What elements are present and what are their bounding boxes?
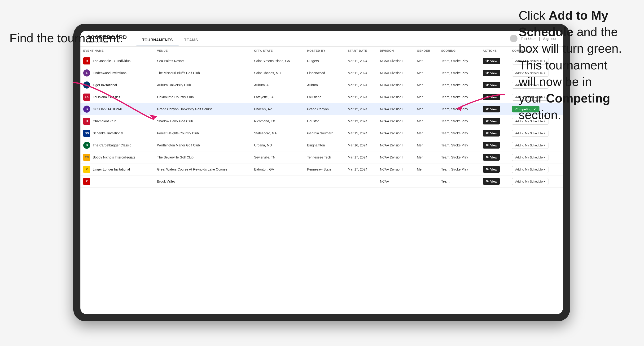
add-schedule-button-8[interactable]: Add to My Schedule +: [512, 154, 548, 161]
eye-icon-6: 👁: [486, 131, 489, 135]
hosted-by-cell-6: Georgia Southern: [304, 127, 345, 139]
event-name-cell-10: X: [80, 175, 154, 187]
view-button-8[interactable]: 👁 View: [483, 154, 500, 161]
actions-cell-9: 👁 View: [480, 164, 509, 175]
venue-cell-10: Brook Valley: [154, 175, 251, 187]
eye-icon-8: 👁: [486, 156, 489, 159]
competing-cell-9: Add to My Schedule +: [509, 164, 563, 175]
hosted-by-cell-3: Louisiana: [304, 91, 345, 103]
col-division: DIVISION: [377, 47, 414, 55]
venue-cell-6: Forest Heights Country Club: [154, 127, 251, 139]
gender-cell-9: Men: [414, 164, 438, 175]
division-cell-7: NCAA Division I: [377, 139, 414, 151]
eye-icon-1: 👁: [486, 71, 489, 75]
city-state-cell-0: Saint Simons Island, GA: [251, 55, 304, 67]
col-venue: VENUE: [154, 47, 251, 55]
start-date-cell-6: Mar 15, 2024: [345, 127, 377, 139]
event-name-cell-8: TN Bobby Nichols Intercollegiate: [80, 151, 154, 164]
nav-tabs: TOURNAMENTS TEAMS: [136, 31, 204, 46]
gender-cell-6: Men: [414, 127, 438, 139]
annotation-left: Find the tournament.: [10, 31, 123, 45]
team-logo-6: GS: [83, 130, 90, 137]
eye-icon-0: 👁: [486, 59, 489, 63]
competing-cell-7: Add to My Schedule +: [509, 139, 563, 151]
venue-cell-7: Worthington Manor Golf Club: [154, 139, 251, 151]
event-name-1: Lindenwood Invitational: [93, 71, 127, 75]
division-cell-10: NCAA: [377, 175, 414, 187]
view-button-6[interactable]: 👁 View: [483, 130, 500, 137]
division-cell-1: NCAA Division I: [377, 67, 414, 79]
division-cell-5: NCAA Division I: [377, 115, 414, 127]
gender-cell-7: Men: [414, 139, 438, 151]
nav-tab-teams[interactable]: TEAMS: [178, 38, 204, 46]
start-date-cell-1: Mar 11, 2024: [345, 67, 377, 79]
gender-cell-1: Men: [414, 67, 438, 79]
city-state-cell-9: Eatonton, GA: [251, 164, 304, 175]
hosted-by-cell-9: Kennesaw State: [304, 164, 345, 175]
city-state-cell-8: Sevierville, TN: [251, 151, 304, 164]
hosted-by-cell-10: [304, 175, 345, 187]
division-cell-6: NCAA Division I: [377, 127, 414, 139]
hosted-by-cell-0: Rutgers: [304, 55, 345, 67]
hosted-by-cell-4: Grand Canyon: [304, 103, 345, 115]
annotation-right: Click Add to MySchedule and thebox will …: [519, 7, 632, 123]
table-row: GS Schenkel Invitational Forest Heights …: [80, 127, 563, 139]
start-date-cell-3: Mar 11, 2024: [345, 91, 377, 103]
view-button-1[interactable]: 👁 View: [483, 70, 500, 76]
event-name-9: Linger Longer Invitational: [93, 168, 130, 171]
col-actions: ACTIONS: [480, 47, 509, 55]
city-state-cell-7: Urbana, MD: [251, 139, 304, 151]
city-state-cell-6: Statesboro, GA: [251, 127, 304, 139]
svg-marker-0: [149, 115, 157, 119]
actions-cell-1: 👁 View: [480, 67, 509, 79]
start-date-cell-4: Mar 12, 2024: [345, 103, 377, 115]
eye-icon-9: 👁: [486, 168, 489, 171]
team-logo-10: X: [83, 178, 90, 185]
view-button-5[interactable]: 👁 View: [483, 118, 500, 125]
start-date-cell-0: Mar 11, 2024: [345, 55, 377, 67]
venue-cell-3: Oakbourne Country Club: [154, 91, 251, 103]
gender-cell-3: Men: [414, 91, 438, 103]
venue-cell-0: Sea Palms Resort: [154, 55, 251, 67]
team-logo-1: L: [83, 69, 90, 77]
hosted-by-cell-1: Lindenwood: [304, 67, 345, 79]
venue-cell-2: Auburn University Club: [154, 79, 251, 91]
table-row: K Linger Longer Invitational Great Water…: [80, 164, 563, 175]
event-name-cell-9: K Linger Longer Invitational: [80, 164, 154, 175]
view-button-9[interactable]: 👁 View: [483, 166, 500, 173]
actions-cell-0: 👁 View: [480, 55, 509, 67]
division-cell-2: NCAA Division I: [377, 79, 414, 91]
event-name-7: The Carpetbagger Classic: [93, 143, 131, 147]
add-schedule-button-7[interactable]: Add to My Schedule +: [512, 142, 548, 149]
division-cell-3: NCAA Division I: [377, 91, 414, 103]
start-date-cell-10: [345, 175, 377, 187]
city-state-cell-1: Saint Charles, MO: [251, 67, 304, 79]
team-logo-8: TN: [83, 154, 90, 161]
view-button-0[interactable]: 👁 View: [483, 58, 500, 64]
city-state-cell-10: [251, 175, 304, 187]
division-cell-4: NCAA Division I: [377, 103, 414, 115]
competing-cell-6: Add to My Schedule +: [509, 127, 563, 139]
view-button-10[interactable]: 👁 View: [483, 178, 500, 185]
actions-cell-8: 👁 View: [480, 151, 509, 164]
gender-cell-10: [414, 175, 438, 187]
event-name-6: Schenkel Invitational: [93, 131, 123, 135]
table-row: TN Bobby Nichols Intercollegiate The Sev…: [80, 151, 563, 164]
city-state-cell-5: Richmond, TX: [251, 115, 304, 127]
scoring-cell-0: Team, Stroke Play: [438, 55, 480, 67]
hosted-by-cell-5: Houston: [304, 115, 345, 127]
scoring-cell-8: Team, Stroke Play: [438, 151, 480, 164]
venue-cell-8: The Sevierville Golf Club: [154, 151, 251, 164]
view-button-7[interactable]: 👁 View: [483, 142, 500, 149]
eye-icon-7: 👁: [486, 143, 489, 147]
add-schedule-button-10[interactable]: Add to My Schedule +: [512, 178, 548, 185]
add-schedule-button-9[interactable]: Add to My Schedule +: [512, 166, 548, 173]
team-logo-9: K: [83, 166, 90, 173]
arrow-left: [59, 78, 158, 125]
table-row: B The Carpetbagger Classic Worthington M…: [80, 139, 563, 151]
nav-tab-tournaments[interactable]: TOURNAMENTS: [136, 38, 178, 46]
event-name-0: The Johnnie - O Individual: [93, 59, 131, 63]
add-schedule-button-6[interactable]: Add to My Schedule +: [512, 130, 548, 137]
city-state-cell-3: Lafayette, LA: [251, 91, 304, 103]
scoring-cell-7: Team, Stroke Play: [438, 139, 480, 151]
